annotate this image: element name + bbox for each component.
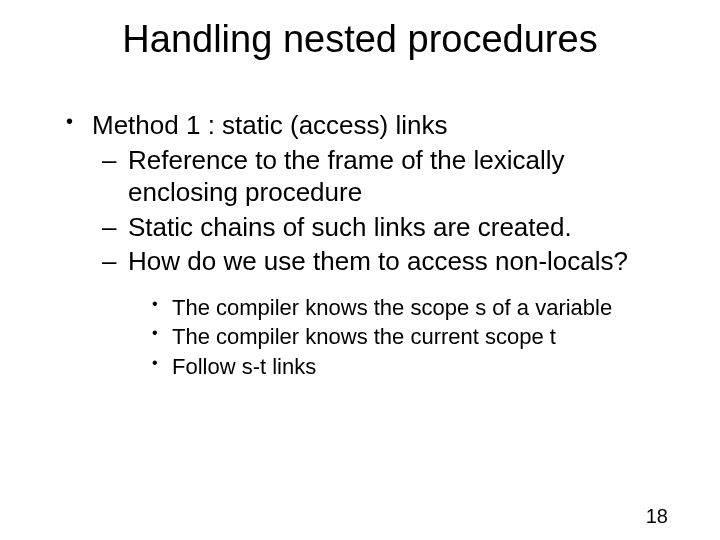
slide-body: Method 1 : static (access) links Referen… bbox=[60, 109, 675, 380]
bullet-level1: Method 1 : static (access) links bbox=[60, 109, 675, 142]
bullet-level3: Follow s-t links bbox=[60, 353, 675, 381]
bullet-text: Reference to the frame of the lexically … bbox=[128, 145, 564, 208]
spacer bbox=[60, 280, 675, 294]
bullet-level2: Static chains of such links are created. bbox=[60, 211, 675, 244]
slide-title: Handling nested procedures bbox=[0, 18, 720, 61]
page-number: 18 bbox=[646, 505, 668, 528]
bullet-text: Follow s-t links bbox=[172, 354, 316, 379]
bullet-text: How do we use them to access non-locals? bbox=[128, 246, 628, 276]
bullet-level3: The compiler knows the scope s of a vari… bbox=[60, 294, 675, 322]
bullet-text: Method 1 : static (access) links bbox=[92, 110, 447, 140]
bullet-text: Static chains of such links are created. bbox=[128, 212, 572, 242]
bullet-text: The compiler knows the scope s of a vari… bbox=[172, 295, 612, 320]
bullet-text: The compiler knows the current scope t bbox=[172, 324, 556, 349]
slide: Handling nested procedures Method 1 : st… bbox=[0, 18, 720, 540]
bullet-level2: How do we use them to access non-locals? bbox=[60, 245, 675, 278]
bullet-level3: The compiler knows the current scope t bbox=[60, 323, 675, 351]
bullet-level2: Reference to the frame of the lexically … bbox=[60, 144, 675, 209]
